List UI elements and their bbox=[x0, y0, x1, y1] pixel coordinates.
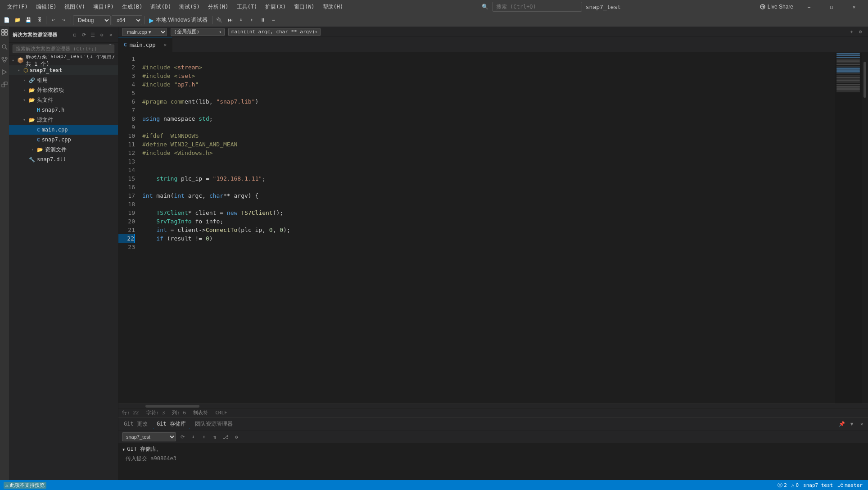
toolbar-step-over[interactable]: ⏭ bbox=[225, 15, 235, 25]
code-content[interactable]: #include <stream> #include <tset> #inclu… bbox=[139, 53, 835, 404]
menu-extensions[interactable]: 扩展(X) bbox=[262, 2, 289, 12]
toolbar-step-out[interactable]: ⬆ bbox=[247, 15, 257, 25]
toolbar-save[interactable]: 💾 bbox=[23, 15, 33, 25]
minimize-button[interactable]: — bbox=[799, 0, 819, 14]
platform-dropdown[interactable]: x64 bbox=[112, 15, 142, 25]
panel-close-btn[interactable]: ✕ bbox=[857, 420, 866, 429]
panel-right-buttons: 📌 ▼ ✕ bbox=[837, 420, 866, 429]
menu-help[interactable]: 帮助(H) bbox=[319, 2, 347, 12]
svg-rect-1 bbox=[2, 30, 4, 32]
sync-icon[interactable]: ⇅ bbox=[210, 432, 219, 441]
sidebar-filter[interactable]: ☰ bbox=[89, 31, 96, 38]
menu-view[interactable]: 视图(V) bbox=[61, 2, 89, 12]
settings-panel-icon[interactable]: ⚙ bbox=[232, 432, 241, 441]
toolbar-undo[interactable]: ↩ bbox=[48, 15, 58, 25]
git-repo-arrow: ▾ bbox=[122, 446, 125, 453]
toolbar-more[interactable]: ⋯ bbox=[268, 15, 278, 25]
menu-analyze[interactable]: 分析(N) bbox=[204, 2, 232, 12]
file-dropdown[interactable]: main.cpp ▾ bbox=[122, 28, 167, 36]
tree-main-cpp[interactable]: › C main.cpp bbox=[9, 125, 118, 135]
menu-tools[interactable]: 工具(T) bbox=[233, 2, 261, 12]
tree-external-deps[interactable]: › 📂 外部依赖项 bbox=[9, 85, 118, 95]
push-icon[interactable]: ⬆ bbox=[199, 432, 208, 441]
sidebar-collapse-all[interactable]: ⊟ bbox=[71, 31, 78, 38]
toolbar-open[interactable]: 📁 bbox=[13, 15, 23, 25]
sidebar-title: 解决方案资源管理器 bbox=[13, 32, 69, 38]
status-project[interactable]: snap7_test bbox=[801, 482, 835, 489]
panel-minimize-btn[interactable]: ▼ bbox=[847, 420, 856, 429]
menu-window[interactable]: 窗口(W) bbox=[290, 2, 318, 12]
live-share-button[interactable]: Live Share bbox=[756, 3, 797, 11]
debug-config-dropdown[interactable]: Debug bbox=[73, 15, 111, 25]
status-warnings[interactable]: △ 0 bbox=[790, 482, 800, 489]
tree-solution[interactable]: ▾ 📦 解决方案'snap7_test'(1 个项目/共 1 个) bbox=[9, 55, 118, 65]
scrollbar-thumb[interactable] bbox=[863, 62, 866, 98]
branch-icon: ⎇ bbox=[837, 482, 843, 488]
tab-label: main.cpp bbox=[130, 42, 156, 48]
window-title: snap7_test bbox=[586, 4, 621, 10]
warnings-triangle-icon: △ bbox=[791, 482, 795, 488]
activity-explorer[interactable] bbox=[1, 29, 8, 36]
tree-snap7-h[interactable]: › H snap7.h bbox=[9, 105, 118, 115]
tree-references[interactable]: › 🔗 引用 bbox=[9, 75, 118, 85]
close-button[interactable]: ✕ bbox=[844, 0, 864, 14]
sidebar-refresh[interactable]: ⟳ bbox=[80, 31, 87, 38]
activity-debug[interactable] bbox=[1, 68, 8, 76]
branch-icon[interactable]: ⎇ bbox=[221, 432, 230, 441]
restore-button[interactable]: □ bbox=[821, 0, 842, 14]
fetch-icon[interactable]: ⟳ bbox=[178, 432, 187, 441]
menu-file[interactable]: 文件(F) bbox=[4, 2, 32, 12]
menu-build[interactable]: 生成(B) bbox=[118, 2, 146, 12]
svg-rect-11 bbox=[2, 84, 5, 87]
toolbar-redo[interactable]: ↪ bbox=[59, 15, 69, 25]
scope-dropdown[interactable]: (全局范围) ▾ bbox=[171, 28, 225, 36]
sidebar: 解决方案资源管理器 ⊟ ⟳ ☰ ⚙ ✕ 🔍 ▾ 📦 解决方案'snap7_tes… bbox=[9, 27, 118, 480]
repo-selector[interactable]: snap7_test bbox=[122, 432, 176, 441]
editor-area: main.cpp ▾ (全局范围) ▾ main(int argc, char … bbox=[118, 27, 868, 480]
search-input[interactable] bbox=[492, 2, 582, 12]
menu-edit[interactable]: 编辑(E) bbox=[32, 2, 60, 12]
toolbar-attach[interactable]: 🔌 bbox=[214, 15, 224, 25]
snap7cpp-expand-icon: › bbox=[30, 137, 35, 142]
editor-top-icons: ＋ ⚙ bbox=[847, 28, 864, 36]
tab-close-icon[interactable]: ✕ bbox=[164, 42, 167, 47]
tree-snap7-cpp[interactable]: › C snap7.cpp bbox=[9, 135, 118, 145]
panel-tab-git-changes[interactable]: Git 更改 bbox=[120, 419, 151, 429]
vertical-scrollbar[interactable] bbox=[862, 53, 868, 404]
horizontal-scrollbar[interactable] bbox=[118, 404, 868, 408]
project-expand-icon: ▾ bbox=[16, 68, 22, 73]
activity-git[interactable] bbox=[1, 56, 8, 63]
tree-resources-folder[interactable]: › 📂 资源文件 bbox=[9, 145, 118, 154]
start-debug-button[interactable]: ▶ 本地 Windows 调试器 bbox=[146, 15, 210, 25]
tree-headers-folder[interactable]: ▾ 📂 头文件 bbox=[9, 95, 118, 105]
sidebar-close[interactable]: ✕ bbox=[107, 31, 114, 38]
main-layout: 解决方案资源管理器 ⊟ ⟳ ☰ ⚙ ✕ 🔍 ▾ 📦 解决方案'snap7_tes… bbox=[0, 27, 868, 480]
menu-debug[interactable]: 调试(D) bbox=[147, 2, 175, 12]
status-branch[interactable]: ⎇ master bbox=[836, 482, 864, 489]
add-top-icon[interactable]: ＋ bbox=[847, 28, 855, 36]
tree-snap7-dll[interactable]: › 🔧 snap7.dll bbox=[9, 154, 118, 164]
menu-test[interactable]: 测试(S) bbox=[176, 2, 203, 12]
activity-search[interactable] bbox=[1, 43, 8, 50]
toolbar-breakpoint[interactable]: ⏸ bbox=[258, 15, 267, 25]
toolbar-new[interactable]: 📄 bbox=[2, 15, 12, 25]
panel-pin-btn[interactable]: 📌 bbox=[837, 420, 846, 429]
panel-tab-team[interactable]: 团队资源管理器 bbox=[191, 419, 236, 429]
debug-label: 本地 Windows 调试器 bbox=[156, 16, 208, 24]
sidebar-settings[interactable]: ⚙ bbox=[98, 31, 105, 38]
sidebar-search-input[interactable] bbox=[13, 45, 114, 53]
headers-expand-icon: ▾ bbox=[22, 98, 27, 102]
settings-top-icon[interactable]: ⚙ bbox=[856, 28, 864, 36]
status-warning[interactable]: ⚠ 此项不支持预览 bbox=[4, 482, 46, 489]
panel-tab-git-repo[interactable]: Git 存储库 bbox=[153, 419, 190, 429]
toolbar-save-all[interactable]: 🗄 bbox=[34, 15, 44, 25]
status-errors[interactable]: ⓪ 2 bbox=[776, 482, 789, 489]
tree-sources-folder[interactable]: ▾ 📂 源文件 bbox=[9, 115, 118, 125]
toolbar-step-in[interactable]: ⬇ bbox=[236, 15, 246, 25]
tab-main-cpp[interactable]: C main.cpp ✕ bbox=[118, 37, 172, 52]
references-icon: 🔗 bbox=[29, 77, 35, 83]
func-dropdown[interactable]: main(int argc, char ** argv) ▾ bbox=[228, 28, 321, 36]
pull-icon[interactable]: ⬇ bbox=[189, 432, 198, 441]
menu-project[interactable]: 项目(P) bbox=[90, 2, 118, 12]
activity-extensions[interactable] bbox=[1, 81, 8, 88]
